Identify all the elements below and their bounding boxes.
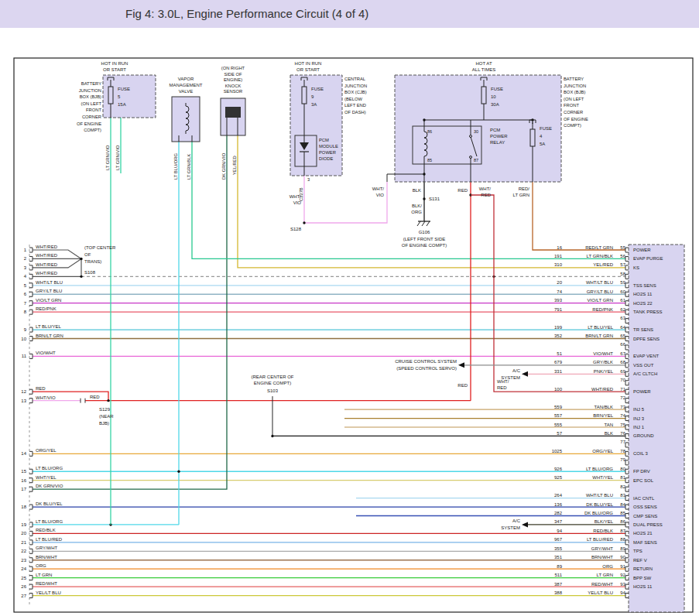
svg-text:56: 56	[620, 254, 625, 258]
svg-text:74: 74	[557, 289, 562, 294]
svg-text:C227B: C227B	[299, 187, 303, 201]
svg-text:LEFT END: LEFT END	[344, 103, 366, 108]
svg-text:80: 80	[620, 467, 625, 471]
svg-text:S108: S108	[84, 270, 96, 275]
svg-text:LT GRN: LT GRN	[513, 193, 529, 197]
svg-text:967: 967	[554, 537, 563, 542]
svg-text:BPP SW: BPP SW	[633, 576, 652, 580]
svg-text:393: 393	[554, 298, 563, 303]
svg-text:(TOP CENTER: (TOP CENTER	[84, 245, 116, 250]
svg-text:POWER: POWER	[490, 134, 508, 139]
svg-text:16: 16	[21, 478, 26, 483]
svg-text:BLK/YEL: BLK/YEL	[594, 519, 614, 524]
svg-text:BLK: BLK	[605, 431, 613, 436]
svg-text:DUAL PRESS: DUAL PRESS	[633, 522, 663, 527]
svg-text:74: 74	[620, 413, 625, 418]
svg-text:199: 199	[554, 325, 563, 330]
svg-text:WHT/: WHT/	[479, 187, 492, 191]
svg-text:559: 559	[554, 405, 563, 409]
svg-text:86: 86	[427, 129, 432, 134]
svg-text:24: 24	[21, 566, 26, 571]
svg-text:LT BLU/ORG: LT BLU/ORG	[586, 467, 613, 471]
svg-text:ORG: ORG	[602, 564, 613, 569]
svg-text:72: 72	[620, 395, 625, 400]
svg-text:14: 14	[21, 451, 26, 456]
svg-text:86: 86	[620, 519, 625, 524]
svg-text:G106: G106	[419, 230, 430, 234]
svg-text:OF ENGINE: OF ENGINE	[77, 121, 101, 126]
svg-text:LT BLU/ORG: LT BLU/ORG	[36, 519, 63, 524]
svg-text:HO2S 11: HO2S 11	[633, 584, 653, 589]
svg-text:RED: RED	[90, 395, 100, 399]
svg-text:WHT/RED: WHT/RED	[36, 253, 58, 258]
svg-text:791: 791	[554, 307, 563, 312]
svg-text:(ON LEFT: (ON LEFT	[564, 97, 584, 101]
svg-text:BRN/WHT: BRN/WHT	[591, 555, 613, 560]
svg-text:WHT/LT BLU: WHT/LT BLU	[36, 280, 63, 285]
svg-text:EVAP VENT: EVAP VENT	[633, 354, 659, 358]
svg-text:92: 92	[620, 573, 625, 577]
svg-text:RED/LT GRN: RED/LT GRN	[585, 245, 613, 250]
svg-text:VALVE: VALVE	[179, 89, 193, 94]
svg-text:GRY/LT BLU: GRY/LT BLU	[36, 289, 62, 293]
svg-text:S128: S128	[290, 227, 302, 231]
svg-text:S129: S129	[99, 407, 111, 412]
svg-text:BATTERY: BATTERY	[81, 81, 101, 86]
svg-text:BJB): BJB)	[99, 421, 109, 426]
svg-text:79: 79	[620, 457, 625, 462]
svg-text:511: 511	[554, 573, 562, 577]
svg-text:925: 925	[554, 475, 563, 480]
svg-text:85: 85	[620, 511, 625, 515]
svg-text:75: 75	[620, 423, 625, 427]
svg-text:INJ 1: INJ 1	[633, 425, 645, 429]
svg-text:VIO/LT GRN: VIO/LT GRN	[36, 298, 61, 303]
svg-text:HOT AT: HOT AT	[475, 61, 492, 66]
svg-text:(ON LEFT: (ON LEFT	[81, 101, 102, 106]
svg-text:LT BLU/ORG: LT BLU/ORG	[173, 153, 178, 180]
svg-text:85: 85	[427, 158, 432, 163]
svg-text:RELAY: RELAY	[490, 140, 505, 145]
svg-text:27: 27	[21, 594, 26, 598]
svg-text:(ON RIGHT: (ON RIGHT	[221, 66, 245, 70]
svg-text:55: 55	[620, 245, 625, 250]
svg-text:83: 83	[620, 493, 625, 498]
svg-text:347: 347	[554, 519, 563, 524]
svg-text:351: 351	[554, 555, 563, 560]
svg-text:OR START: OR START	[296, 67, 320, 72]
svg-text:TPS: TPS	[633, 549, 642, 553]
svg-text:BOX (BJB): BOX (BJB)	[80, 94, 101, 99]
svg-text:WHT/RED: WHT/RED	[36, 271, 58, 275]
svg-text:LT BLU/YEL: LT BLU/YEL	[36, 324, 61, 329]
svg-text:GRY/WHT: GRY/WHT	[591, 546, 614, 551]
svg-text:89: 89	[620, 546, 625, 551]
svg-text:TRANS): TRANS)	[84, 259, 101, 264]
svg-text:WHT/YEL: WHT/YEL	[592, 475, 613, 480]
svg-text:RED/BLK: RED/BLK	[36, 528, 56, 532]
svg-text:21: 21	[21, 540, 26, 545]
svg-text:87: 87	[474, 158, 478, 163]
svg-text:RED: RED	[481, 193, 491, 197]
svg-text:264: 264	[554, 493, 563, 498]
svg-text:71: 71	[620, 387, 625, 392]
svg-text:62: 62	[620, 307, 625, 312]
svg-text:REF V: REF V	[633, 558, 647, 563]
svg-text:LT GRN/BLK: LT GRN/BLK	[187, 154, 191, 180]
svg-text:59: 59	[620, 280, 625, 285]
svg-text:LT BLU/RED: LT BLU/RED	[587, 537, 614, 542]
svg-text:557: 557	[554, 413, 563, 418]
svg-text:11: 11	[22, 354, 27, 358]
svg-text:OF ENGINE: OF ENGINE	[564, 117, 588, 121]
svg-text:66: 66	[620, 342, 625, 347]
svg-text:60: 60	[620, 289, 625, 294]
svg-text:GROUND: GROUND	[633, 433, 654, 438]
svg-text:BRN/LT GRN: BRN/LT GRN	[585, 334, 613, 338]
title-bar: Fig 4: 3.0L, Engine Performance Circuit …	[0, 0, 699, 28]
svg-text:CRUISE CONTROL SYSTEM: CRUISE CONTROL SYSTEM	[395, 359, 457, 364]
svg-text:JUNCTION: JUNCTION	[564, 84, 586, 88]
svg-text:RED: RED	[457, 188, 468, 193]
svg-text:S103: S103	[267, 388, 279, 393]
svg-text:ORG/YEL: ORG/YEL	[36, 448, 57, 453]
svg-text:KS: KS	[633, 265, 639, 270]
svg-text:VAPOR: VAPOR	[178, 77, 194, 81]
svg-text:MAF SENS: MAF SENS	[633, 540, 657, 545]
